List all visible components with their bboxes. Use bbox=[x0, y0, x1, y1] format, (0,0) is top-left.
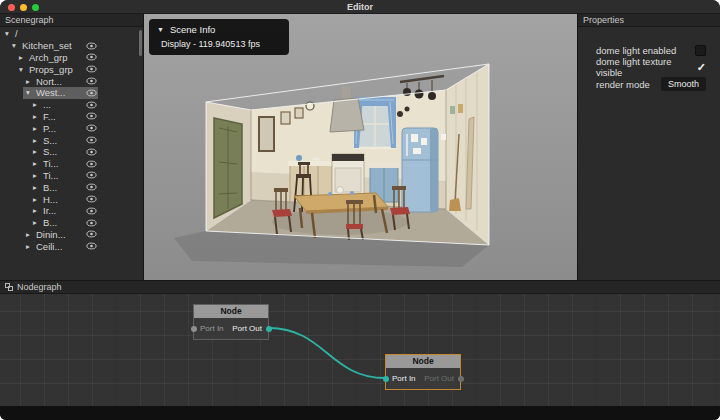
viewport[interactable]: ▼ Scene Info Display - 119.940513 fps bbox=[144, 14, 577, 280]
visibility-eye-icon[interactable] bbox=[86, 112, 97, 120]
disclosure-arrow-icon[interactable]: ▸ bbox=[33, 100, 42, 109]
disclosure-arrow-icon[interactable]: ▾ bbox=[12, 41, 21, 50]
scenegraph-tree-row[interactable]: ▸ P... bbox=[0, 122, 143, 134]
visibility-eye-icon[interactable] bbox=[86, 42, 97, 50]
prim-name: Nort... bbox=[36, 76, 62, 87]
scenegraph-panel-title: Scenegraph bbox=[5, 14, 54, 26]
visibility-eye-icon[interactable] bbox=[86, 89, 97, 97]
port-in-dot[interactable] bbox=[191, 326, 197, 332]
scenegraph-tree-row[interactable]: ▸ Arch_grp bbox=[0, 52, 143, 64]
node-body: Port In Port Out bbox=[386, 368, 460, 389]
prim-name: Ceili... bbox=[36, 241, 62, 252]
disclosure-arrow-icon[interactable]: ▾ bbox=[19, 65, 28, 74]
scenegraph-tree-row[interactable]: ▾ / bbox=[0, 28, 143, 40]
disclosure-arrow-icon[interactable]: ▸ bbox=[33, 195, 42, 204]
prim-name: S... bbox=[43, 135, 57, 146]
visibility-eye-icon[interactable] bbox=[86, 207, 97, 215]
visibility-eye-icon[interactable] bbox=[86, 230, 97, 238]
prim-name: F... bbox=[43, 111, 56, 122]
minimize-window-button[interactable] bbox=[20, 4, 27, 11]
visibility-eye-icon[interactable] bbox=[86, 148, 97, 156]
visibility-eye-icon[interactable] bbox=[86, 160, 97, 168]
disclosure-arrow-icon[interactable]: ▾ bbox=[26, 88, 35, 97]
disclosure-arrow-icon[interactable]: ▸ bbox=[33, 171, 42, 180]
port-in-label: Port In bbox=[200, 324, 224, 333]
disclosure-arrow-icon[interactable]: ▸ bbox=[26, 77, 35, 86]
node-title[interactable]: Node bbox=[194, 305, 268, 318]
visibility-eye-icon[interactable] bbox=[86, 77, 97, 85]
scenegraph-tree-row[interactable]: ▸ ... bbox=[0, 99, 143, 111]
port-out-dot[interactable] bbox=[266, 326, 272, 332]
prim-name: S... bbox=[43, 146, 57, 157]
scene-info-header[interactable]: ▼ Scene Info bbox=[157, 24, 281, 35]
port-in-dot[interactable] bbox=[383, 376, 389, 382]
scenegraph-tree-row[interactable]: ▸ S... bbox=[0, 134, 143, 146]
disclosure-arrow-icon[interactable]: ▸ bbox=[33, 124, 42, 133]
disclosure-arrow-icon[interactable]: ▸ bbox=[33, 147, 42, 156]
console-bar bbox=[0, 406, 720, 420]
prim-name: Dinin... bbox=[36, 229, 66, 240]
scenegraph-tree-row[interactable]: ▸ B... bbox=[0, 181, 143, 193]
visibility-eye-icon[interactable] bbox=[86, 101, 97, 109]
visibility-eye-icon[interactable] bbox=[86, 219, 97, 227]
scenegraph-tree-row[interactable]: ▾ Props_grp bbox=[0, 63, 143, 75]
scenegraph-tree-row[interactable]: ▸ Ceili... bbox=[0, 240, 143, 252]
visibility-eye-icon[interactable] bbox=[86, 53, 97, 61]
nodegraph-node[interactable]: Node Port In Port Out bbox=[385, 354, 461, 390]
scenegraph-tree-row[interactable]: ▾ West... bbox=[0, 87, 143, 99]
nodegraph-wires bbox=[0, 294, 720, 407]
editor-window: Editor Scenegraph ▾ / ▾ Kitchen_set bbox=[0, 0, 720, 420]
disclosure-arrow-icon[interactable]: ▸ bbox=[19, 53, 28, 62]
disclosure-arrow-icon[interactable]: ▸ bbox=[33, 112, 42, 121]
visibility-eye-icon[interactable] bbox=[86, 183, 97, 191]
scene-info-title: Scene Info bbox=[170, 24, 215, 35]
property-row-render-mode: render mode Smooth bbox=[596, 77, 706, 91]
nodegraph-node[interactable]: Node Port In Port Out bbox=[193, 304, 269, 340]
disclosure-arrow-icon[interactable]: ▾ bbox=[5, 29, 14, 38]
prim-name: Ti... bbox=[43, 158, 58, 169]
dome-light-enabled-checkbox[interactable] bbox=[695, 45, 706, 56]
scenegraph-tree-row[interactable]: ▸ Dinin... bbox=[0, 229, 143, 241]
prim-name: B... bbox=[43, 182, 57, 193]
collapse-triangle-icon[interactable]: ▼ bbox=[157, 26, 164, 33]
visibility-eye-icon[interactable] bbox=[86, 195, 97, 203]
disclosure-arrow-icon[interactable]: ▸ bbox=[33, 159, 42, 168]
prim-name: B... bbox=[43, 217, 57, 228]
visibility-eye-icon[interactable] bbox=[86, 136, 97, 144]
scenegraph-tree-row[interactable]: ▸ Nort... bbox=[0, 75, 143, 87]
titlebar: Editor bbox=[0, 0, 720, 14]
scenegraph-scrollbar[interactable] bbox=[139, 30, 142, 56]
window-title: Editor bbox=[347, 2, 373, 12]
scenegraph-tree-row[interactable]: ▸ F... bbox=[0, 111, 143, 123]
disclosure-arrow-icon[interactable]: ▸ bbox=[33, 218, 42, 227]
scenegraph-tree-row[interactable]: ▸ Ti... bbox=[0, 158, 143, 170]
nodegraph-canvas[interactable]: Node Port In Port Out Node Port In Port … bbox=[0, 294, 720, 407]
render-mode-button[interactable]: Smooth bbox=[661, 77, 706, 91]
disclosure-arrow-icon[interactable]: ▸ bbox=[33, 183, 42, 192]
scenegraph-tree-row[interactable]: ▸ H... bbox=[0, 193, 143, 205]
visibility-eye-icon[interactable] bbox=[86, 171, 97, 179]
disclosure-arrow-icon[interactable]: ▸ bbox=[26, 230, 35, 239]
close-window-button[interactable] bbox=[8, 4, 15, 11]
prim-name: Kitchen_set bbox=[22, 40, 72, 51]
prim-name: Props_grp bbox=[29, 64, 73, 75]
scenegraph-tree-row[interactable]: ▸ Ti... bbox=[0, 170, 143, 182]
node-title[interactable]: Node bbox=[386, 355, 460, 368]
prim-name: Ir... bbox=[43, 205, 56, 216]
scenegraph-tree-row[interactable]: ▾ Kitchen_set bbox=[0, 40, 143, 52]
port-out-label: Port Out bbox=[424, 374, 454, 383]
visibility-eye-icon[interactable] bbox=[86, 124, 97, 132]
dome-light-texture-visible-checkmark-icon[interactable]: ✓ bbox=[697, 62, 706, 73]
disclosure-arrow-icon[interactable]: ▸ bbox=[26, 242, 35, 251]
disclosure-arrow-icon[interactable]: ▸ bbox=[33, 206, 42, 215]
zoom-window-button[interactable] bbox=[32, 4, 39, 11]
node-body: Port In Port Out bbox=[194, 318, 268, 339]
port-out-dot[interactable] bbox=[458, 376, 464, 382]
disclosure-arrow-icon[interactable]: ▸ bbox=[33, 136, 42, 145]
scenegraph-tree-row[interactable]: ▸ S... bbox=[0, 146, 143, 158]
visibility-eye-icon[interactable] bbox=[86, 242, 97, 250]
visibility-eye-icon[interactable] bbox=[86, 65, 97, 73]
scenegraph-tree: ▾ / ▾ Kitchen_set ▸ Arch_grp bbox=[0, 28, 143, 280]
scenegraph-tree-row[interactable]: ▸ Ir... bbox=[0, 205, 143, 217]
scenegraph-tree-row[interactable]: ▸ B... bbox=[0, 217, 143, 229]
